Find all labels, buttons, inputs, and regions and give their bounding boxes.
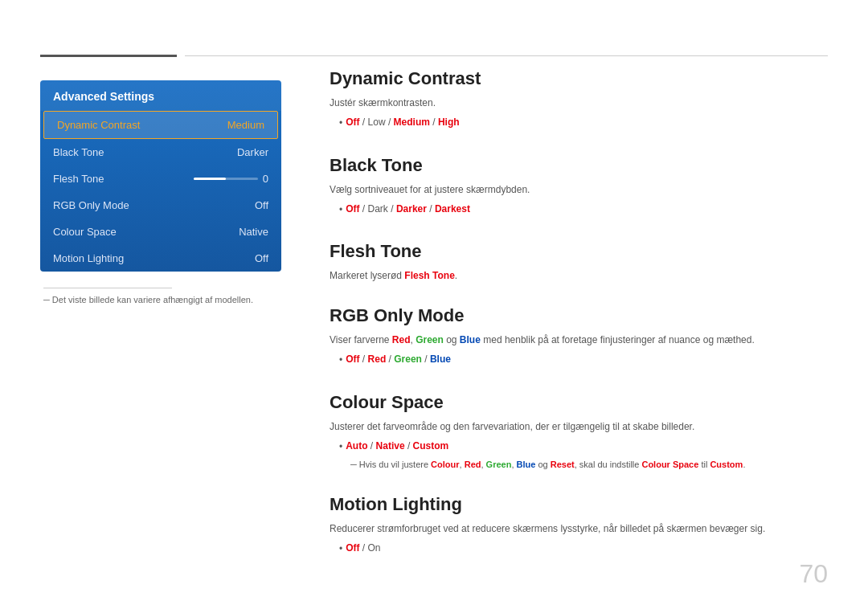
menu-item-flesh-tone[interactable]: Flesh Tone 0 [40,166,281,192]
bullet-rgb: • Off / Red / Green / Blue [339,351,828,370]
options-motion-lighting: Off / On [346,540,380,558]
bullet-dot-ml: • [339,541,342,558]
sidebar: Advanced Settings Dynamic Contrast Mediu… [40,80,281,304]
section-desc-motion-lighting: Reducerer strømforbruget ved at reducere… [330,521,828,536]
section-title-black-tone: Black Tone [330,155,828,176]
section-options-motion-lighting: • Off / On [339,540,828,558]
bullet-dot-bt: • [339,202,342,219]
section-options-colour-space: • Auto / Native / Custom ─ Hvis du vil j… [339,438,828,472]
bullet-black-tone: • Off / Dark / Darker / Darkest [339,201,828,219]
top-decorative-lines [40,55,828,57]
advanced-settings-box: Advanced Settings Dynamic Contrast Mediu… [40,80,281,272]
menu-label-colour-space: Colour Space [53,226,117,238]
sidebar-note-text: ─ Det viste billede kan variere afhængig… [43,295,278,304]
section-title-dynamic-contrast: Dynamic Contrast [330,68,828,89]
options-colour-space: Auto / Native / Custom [346,438,448,456]
option-off-dc: Off / Low / Medium / High [346,114,459,132]
section-desc-dynamic-contrast: Justér skærmkontrasten. [330,96,828,110]
options-rgb: Off / Red / Green / Blue [346,351,451,369]
section-desc-black-tone: Vælg sortniveauet for at justere skærmdy… [330,182,828,197]
section-desc-rgb-only-mode: Viser farverne Red, Green og Blue med he… [330,333,828,347]
menu-item-black-tone[interactable]: Black Tone Darker [40,139,281,166]
bullet-dot-cs: • [339,439,342,456]
menu-label-motion-lighting: Motion Lighting [53,252,124,264]
section-motion-lighting: Motion Lighting Reducerer strømforbruget… [330,494,828,558]
bullet-motion-lighting: • Off / On [339,540,828,558]
section-title-flesh-tone: Flesh Tone [330,241,828,262]
top-line-light [185,55,828,56]
menu-value-black-tone: Darker [237,146,268,158]
menu-label-rgb-only-mode: RGB Only Mode [53,199,129,211]
advanced-settings-title: Advanced Settings [40,80,281,111]
section-title-motion-lighting: Motion Lighting [330,494,828,515]
bullet-dot: • [339,115,342,133]
bullet-dynamic-contrast: • Off / Low / Medium / High [339,114,828,133]
menu-item-motion-lighting[interactable]: Motion Lighting Off [40,245,281,272]
menu-item-dynamic-contrast[interactable]: Dynamic Contrast Medium [43,111,278,139]
flesh-tone-highlight: Flesh Tone [404,270,454,281]
menu-value-motion-lighting: Off [255,252,268,264]
menu-value-dynamic-contrast: Medium [227,119,264,131]
flesh-tone-controls: 0 [194,173,268,185]
bullet-colour-space: • Auto / Native / Custom [339,438,828,456]
section-colour-space: Colour Space Justerer det farveområde og… [330,392,828,472]
section-dynamic-contrast: Dynamic Contrast Justér skærmkontrasten.… [330,68,828,133]
section-rgb-only-mode: RGB Only Mode Viser farverne Red, Green … [330,305,828,370]
section-black-tone: Black Tone Vælg sortniveauet for at just… [330,155,828,219]
menu-label-dynamic-contrast: Dynamic Contrast [57,119,140,131]
page-number: 70 [799,559,828,589]
section-desc-colour-space: Justerer det farveområde og den farvevar… [330,419,828,434]
section-options-dynamic-contrast: • Off / Low / Medium / High [339,114,828,133]
menu-label-flesh-tone: Flesh Tone [53,173,104,185]
section-options-rgb: • Off / Red / Green / Blue [339,351,828,370]
top-line-dark [40,55,177,57]
menu-item-rgb-only-mode[interactable]: RGB Only Mode Off [40,192,281,219]
menu-item-colour-space[interactable]: Colour Space Native [40,219,281,245]
section-flesh-tone: Flesh Tone Markeret lyserød Flesh Tone. [330,241,828,283]
sidebar-note: ─ Det viste billede kan variere afhængig… [40,288,281,304]
section-options-black-tone: • Off / Dark / Darker / Darkest [339,201,828,219]
bullet-dot-rgb: • [339,352,342,370]
menu-value-rgb-only-mode: Off [255,199,268,211]
section-title-colour-space: Colour Space [330,392,828,413]
main-content: Dynamic Contrast Justér skærmkontrasten.… [330,68,828,580]
menu-value-flesh-tone: 0 [263,173,268,185]
options-black-tone: Off / Dark / Darker / Darkest [346,201,470,219]
colour-space-note: ─ Hvis du vil justere Colour, Red, Green… [350,458,828,472]
menu-value-colour-space: Native [239,226,268,238]
section-desc-flesh-tone: Markeret lyserød Flesh Tone. [330,268,828,283]
sidebar-note-line [43,288,172,288]
flesh-tone-slider-fill [194,178,226,180]
flesh-tone-slider[interactable] [194,178,258,180]
section-title-rgb-only-mode: RGB Only Mode [330,305,828,326]
menu-label-black-tone: Black Tone [53,146,104,158]
